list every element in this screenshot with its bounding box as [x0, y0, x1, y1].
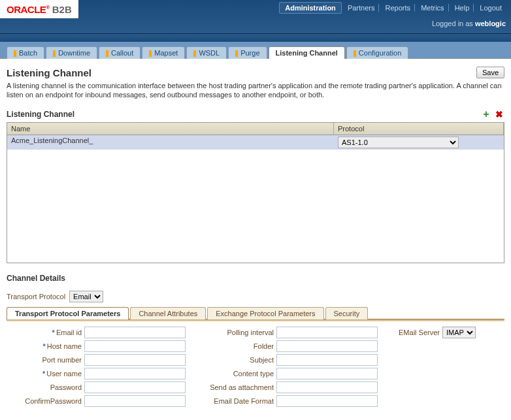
login-prefix: Logged in as — [432, 20, 475, 27]
nav-reports[interactable]: Reports — [382, 4, 416, 12]
label-content-type: Content type — [199, 370, 274, 378]
grid-header: Name Protocol — [7, 123, 504, 135]
tab-purge[interactable]: Purge — [228, 46, 267, 59]
tab-downtime[interactable]: Downtime — [46, 46, 97, 59]
main-content: Listening Channel Save A listening chann… — [0, 59, 511, 420]
grid-section-title: Listening Channel — [7, 110, 74, 119]
port-number-field[interactable] — [84, 354, 186, 366]
header-strip — [0, 34, 511, 42]
transport-protocol-select[interactable]: Email — [69, 291, 103, 302]
page-description: A listening channel is the communication… — [7, 81, 504, 100]
nav-administration[interactable]: Administration — [279, 2, 342, 14]
app-header: ORACLE® B2B Administration Partners Repo… — [0, 0, 511, 34]
label-subject: Subject — [199, 356, 274, 364]
label-polling-interval: Polling interval — [199, 329, 274, 336]
tab-callout[interactable]: Callout — [99, 46, 140, 59]
confirm-password-field[interactable] — [84, 395, 186, 407]
user-name-field[interactable] — [84, 368, 186, 380]
tab-listening-channel[interactable]: Listening Channel — [269, 46, 345, 59]
label-email-server: EMail Server — [391, 329, 440, 336]
label-port-number: Port number — [7, 356, 82, 364]
subtab-channel-attributes[interactable]: Channel Attributes — [130, 307, 206, 319]
transport-protocol-label: Transport Protocol — [7, 293, 65, 300]
password-field[interactable] — [84, 381, 186, 393]
login-user: weblogic — [475, 20, 506, 27]
admin-tabs: Batch Downtime Callout Mapset WSDL Purge… — [0, 42, 511, 59]
table-row[interactable]: Acme_ListeningChannel_ AS1-1.0 — [7, 135, 504, 150]
tab-batch[interactable]: Batch — [7, 46, 44, 59]
col-header-name[interactable]: Name — [7, 123, 334, 135]
email-date-format-field[interactable] — [276, 395, 378, 407]
detail-subtabs: Transport Protocol Parameters Channel At… — [7, 306, 504, 319]
delete-icon[interactable]: ✖ — [494, 109, 504, 120]
save-button[interactable]: Save — [476, 67, 504, 78]
label-email-date-format: Email Date Format — [199, 397, 274, 405]
email-id-field[interactable] — [84, 327, 186, 338]
logo-area: ORACLE® B2B — [0, 0, 78, 18]
label-password: Password — [7, 383, 82, 391]
nav-logout[interactable]: Logout — [476, 4, 506, 12]
label-host-name: *Host name — [7, 342, 82, 350]
form-area: *Email id *Host name Port number *User n… — [7, 321, 504, 412]
label-user-name: *User name — [7, 370, 82, 378]
login-status: Logged in as weblogic — [432, 20, 506, 27]
folder-field[interactable] — [276, 340, 378, 352]
page-title: Listening Channel — [7, 67, 91, 78]
cell-protocol: AS1-1.0 — [334, 135, 504, 150]
email-server-select[interactable]: IMAP — [442, 327, 476, 338]
col-header-protocol[interactable]: Protocol — [334, 123, 504, 135]
polling-interval-field[interactable] — [276, 327, 378, 338]
content-type-field[interactable] — [276, 368, 378, 380]
channel-grid: Name Protocol Acme_ListeningChannel_ AS1… — [7, 122, 504, 263]
tab-wsdl[interactable]: WSDL — [186, 46, 227, 59]
oracle-logo: ORACLE® — [7, 4, 50, 15]
label-email-id: *Email id — [7, 329, 82, 336]
channel-details-title: Channel Details — [7, 274, 504, 283]
tab-mapset[interactable]: Mapset — [142, 46, 185, 59]
subtab-transport-params[interactable]: Transport Protocol Parameters — [7, 307, 129, 319]
cell-name: Acme_ListeningChannel_ — [7, 135, 334, 150]
subject-field[interactable] — [276, 354, 378, 366]
label-send-attachment: Send as attachment — [199, 383, 274, 391]
send-attachment-field[interactable] — [276, 381, 378, 393]
label-confirm-password: ConfirmPassword — [7, 397, 82, 405]
host-name-field[interactable] — [84, 340, 186, 352]
add-icon[interactable]: + — [481, 109, 491, 120]
product-name: B2B — [52, 4, 72, 15]
label-folder: Folder — [199, 342, 274, 350]
protocol-select[interactable]: AS1-1.0 — [338, 137, 459, 148]
nav-help[interactable]: Help — [451, 4, 474, 12]
top-nav: Administration Partners Reports Metrics … — [279, 4, 506, 12]
subtab-exchange-params[interactable]: Exchange Protocol Parameters — [207, 307, 323, 319]
tab-configuration[interactable]: Configuration — [346, 46, 408, 59]
nav-partners[interactable]: Partners — [344, 4, 380, 12]
nav-metrics[interactable]: Metrics — [417, 4, 448, 12]
subtab-security[interactable]: Security — [325, 307, 369, 319]
